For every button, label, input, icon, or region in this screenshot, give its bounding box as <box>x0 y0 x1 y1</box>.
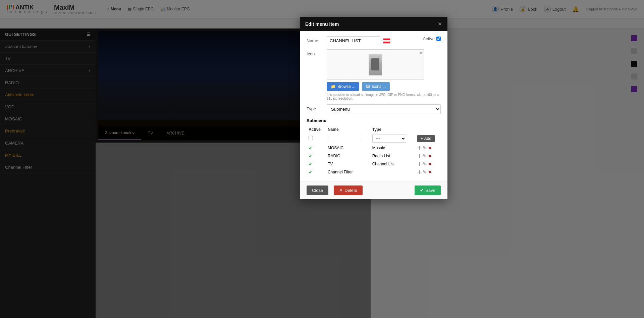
modal-body: Name Active Icon ✕ <box>300 31 447 181</box>
submenu-add-row: --- Mosaic Radio List Channel List + Add <box>307 133 441 144</box>
radio-type: Radio List <box>372 154 390 158</box>
icon-img-inner <box>371 58 379 70</box>
icon-buttons: 📁 Browse ... 🖼 Icons ... <box>327 82 441 91</box>
new-name-input[interactable] <box>328 135 361 142</box>
edit-icon-2[interactable]: ✎ <box>423 153 427 159</box>
browse-label: Browse ... <box>337 84 355 89</box>
edit-icon-1[interactable]: ✎ <box>423 145 427 151</box>
icon-preview-image <box>369 54 382 75</box>
table-row: ✔ Channel Filter ✛ ✎ <box>307 168 441 176</box>
submenu-section: Submenu Active Name Type <box>307 118 441 176</box>
modal-footer: Close ✕ Delete ✔ Save <box>300 181 447 199</box>
tv-name: TV <box>328 162 333 166</box>
delete-icon-2[interactable]: ✕ <box>428 153 432 159</box>
active-checkbox[interactable] <box>436 37 441 41</box>
mosaic-action-buttons: ✛ ✎ ✕ <box>417 145 439 151</box>
add-row-name-cell <box>326 133 370 144</box>
mosaic-name: MOSAIC <box>328 146 343 150</box>
mosaic-type: Mosaic <box>372 146 385 150</box>
submenu-table-body: --- Mosaic Radio List Channel List + Add <box>307 133 441 176</box>
icons-button[interactable]: 🖼 Icons ... <box>362 82 390 91</box>
add-row-btn-cell: + Add <box>415 133 441 144</box>
icon-hint: It is possible to upload an image in JPG… <box>327 93 441 100</box>
col-active: Active <box>307 126 326 133</box>
channelfilter-action-buttons: ✛ ✎ ✕ <box>417 169 439 175</box>
check-green-icon-3: ✔ <box>309 161 313 167</box>
edit-icon-4[interactable]: ✎ <box>423 169 427 175</box>
col-type: Type <box>370 126 415 133</box>
mosaic-active-cell: ✔ <box>307 144 326 152</box>
delete-icon-1[interactable]: ✕ <box>428 145 432 151</box>
plus-icon: + <box>421 136 423 141</box>
radio-actions-cell: ✛ ✎ ✕ <box>415 152 441 160</box>
radio-name-cell: RADIO <box>326 152 370 160</box>
channelfilter-name: Channel Filter <box>328 170 353 174</box>
edit-menu-item-modal: Edit menu item ✕ Name Active Icon <box>300 17 447 199</box>
radio-name: RADIO <box>328 154 340 158</box>
check-icon: ✔ <box>420 188 424 193</box>
tv-active-cell: ✔ <box>307 160 326 168</box>
save-button-label: Save <box>425 188 435 193</box>
save-button[interactable]: ✔ Save <box>415 186 441 195</box>
move-icon-2[interactable]: ✛ <box>417 153 421 159</box>
icon-row: Icon ✕ 📁 Browse ... 🖼 <box>307 49 441 100</box>
flag-icon <box>383 38 390 44</box>
name-row: Name Active <box>307 36 441 45</box>
radio-action-buttons: ✛ ✎ ✕ <box>417 153 439 159</box>
tv-action-buttons: ✛ ✎ ✕ <box>417 161 439 167</box>
active-checkbox-row: Active <box>423 36 441 41</box>
modal-header: Edit menu item ✕ <box>300 17 447 31</box>
new-type-select[interactable]: --- Mosaic Radio List Channel List <box>372 135 406 143</box>
tv-type: Channel List <box>372 162 395 166</box>
delete-icon-4[interactable]: ✕ <box>428 169 432 175</box>
check-green-icon-1: ✔ <box>309 145 313 151</box>
icon-preview-close-button[interactable]: ✕ <box>419 51 423 56</box>
footer-left-buttons: Close ✕ Delete <box>307 186 363 195</box>
col-name: Name <box>326 126 370 133</box>
name-input[interactable] <box>327 36 380 45</box>
tv-name-cell: TV <box>326 160 370 168</box>
modal-close-button[interactable]: ✕ <box>438 21 442 27</box>
delete-button[interactable]: ✕ Delete <box>334 186 363 195</box>
col-actions <box>415 126 441 133</box>
mosaic-actions-cell: ✛ ✎ ✕ <box>415 144 441 152</box>
type-select[interactable]: Submenu Channel List Mosaic Radio List V… <box>327 104 441 114</box>
icon-label: Icon <box>307 49 323 56</box>
channelfilter-active-cell: ✔ <box>307 168 326 176</box>
table-row: ✔ MOSAIC Mosaic ✛ ✎ <box>307 144 441 152</box>
channelfilter-actions-cell: ✛ ✎ ✕ <box>415 168 441 176</box>
add-label: Add <box>424 136 431 141</box>
delete-button-label: Delete <box>344 188 357 193</box>
submenu-table-header: Active Name Type <box>307 126 441 133</box>
submenu-header-row: Active Name Type <box>307 126 441 133</box>
edit-icon-3[interactable]: ✎ <box>423 161 427 167</box>
delete-x-icon: ✕ <box>339 188 343 193</box>
browse-button[interactable]: 📁 Browse ... <box>327 82 359 91</box>
icon-section: ✕ 📁 Browse ... 🖼 Icons ... <box>327 49 441 100</box>
check-green-icon-4: ✔ <box>309 169 313 175</box>
tv-type-cell: Channel List <box>370 160 415 168</box>
active-label: Active <box>423 36 435 41</box>
folder-icon: 📁 <box>331 84 336 89</box>
channelfilter-type-cell <box>370 168 415 176</box>
modal-overlay: Edit menu item ✕ Name Active Icon <box>0 0 644 318</box>
type-label: Type <box>307 104 323 111</box>
name-row-inner <box>327 36 420 45</box>
add-row-checkbox-cell <box>307 133 326 144</box>
move-icon-4[interactable]: ✛ <box>417 169 421 175</box>
move-icon-3[interactable]: ✛ <box>417 161 421 167</box>
add-button[interactable]: + Add <box>417 135 435 142</box>
name-label: Name <box>307 36 323 43</box>
icons-label: Icons ... <box>372 84 386 89</box>
image-icon: 🖼 <box>366 84 370 89</box>
submenu-title: Submenu <box>307 118 441 123</box>
check-green-icon-2: ✔ <box>309 153 313 159</box>
tv-actions-cell: ✛ ✎ ✕ <box>415 160 441 168</box>
type-row: Type Submenu Channel List Mosaic Radio L… <box>307 104 441 114</box>
delete-icon-3[interactable]: ✕ <box>428 161 432 167</box>
move-icon-1[interactable]: ✛ <box>417 145 421 151</box>
new-item-checkbox[interactable] <box>309 136 313 140</box>
radio-type-cell: Radio List <box>370 152 415 160</box>
modal-title: Edit menu item <box>305 21 339 27</box>
close-button[interactable]: Close <box>307 186 328 195</box>
